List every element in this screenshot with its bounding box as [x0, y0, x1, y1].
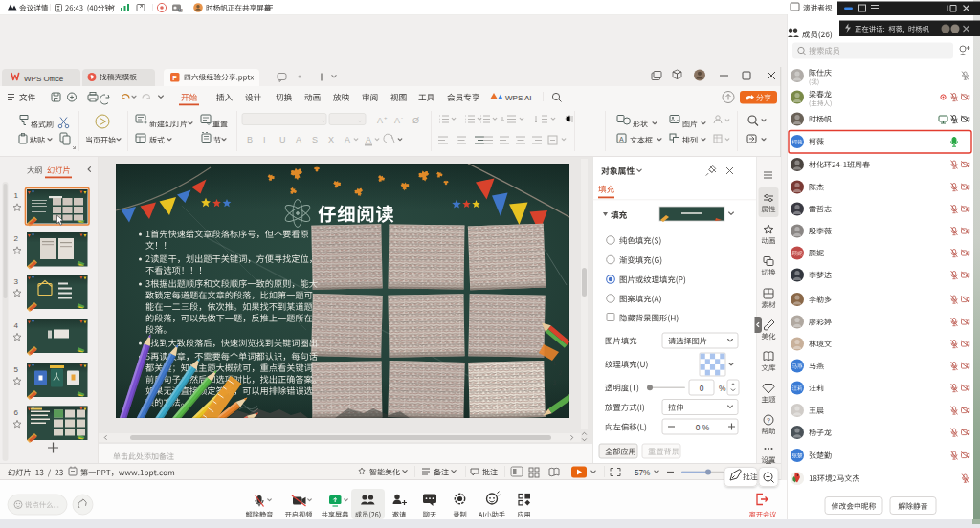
svg-text:2: 2 [14, 234, 19, 243]
svg-text:3: 3 [14, 277, 19, 286]
svg-text:0: 0 [700, 384, 704, 393]
svg-text:57%: 57% [635, 469, 650, 477]
svg-text:0 %: 0 % [696, 423, 710, 432]
svg-text:I: I [263, 135, 266, 144]
svg-text:Ø: Ø [412, 116, 419, 125]
svg-text:A: A [377, 116, 383, 125]
svg-text:6: 6 [14, 408, 19, 417]
svg-text:B: B [247, 135, 253, 144]
svg-text:WPS AI: WPS AI [505, 94, 532, 102]
svg-text:U: U [279, 135, 286, 144]
svg-text:A: A [345, 135, 350, 144]
svg-text:%: % [719, 384, 726, 393]
svg-text:WPS Office: WPS Office [24, 75, 64, 83]
svg-text:P: P [172, 74, 177, 82]
svg-text:4: 4 [14, 321, 19, 330]
svg-text:A: A [296, 135, 301, 144]
svg-text:-: - [401, 115, 403, 121]
svg-text:1: 1 [14, 191, 19, 200]
svg-text:A: A [619, 136, 624, 143]
svg-text:5: 5 [14, 365, 19, 374]
svg-text:+: + [384, 115, 388, 121]
svg-text:A: A [366, 135, 371, 144]
svg-text:?: ? [767, 417, 770, 424]
svg-text:A: A [394, 116, 400, 125]
svg-text:X: X [328, 135, 334, 144]
svg-text:S: S [312, 135, 318, 144]
svg-text:13: 13 [179, 9, 183, 12]
